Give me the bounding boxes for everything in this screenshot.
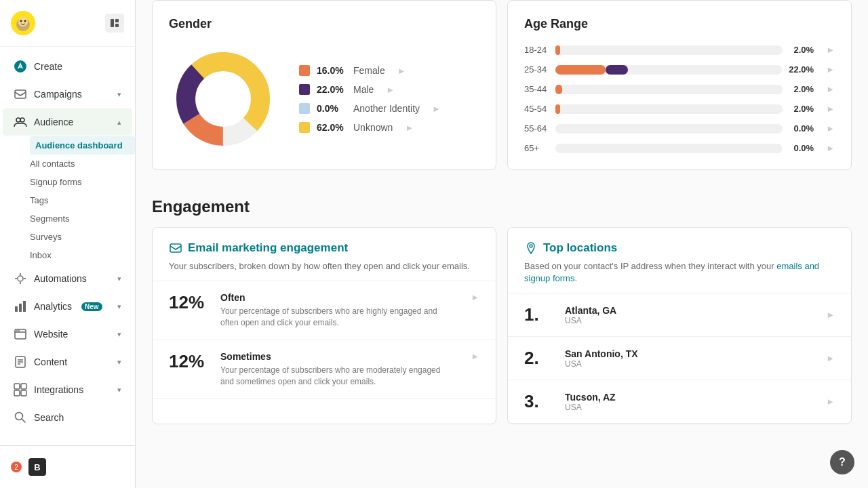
location-send-icon[interactable]: ► bbox=[826, 353, 835, 363]
sidebar-item-automations-label: Automations bbox=[34, 273, 87, 284]
age-send-icon[interactable]: ► bbox=[826, 123, 835, 134]
location-info: San Antonio, TX USA bbox=[565, 348, 807, 369]
unknown-percent: 62.0% bbox=[317, 122, 347, 133]
location-row: 3. Tucson, AZ USA ► bbox=[508, 380, 851, 424]
sidebar-item-audience[interactable]: Audience ▴ bbox=[3, 108, 132, 136]
sidebar-item-all-contacts[interactable]: All contacts bbox=[30, 155, 135, 173]
another-swatch bbox=[299, 103, 310, 114]
location-rank: 3. bbox=[524, 391, 551, 412]
another-send-icon[interactable]: ► bbox=[432, 104, 441, 114]
engagement-section: Engagement Email marketing engagement Yo… bbox=[152, 184, 852, 424]
user-menu-item[interactable]: 2 B bbox=[0, 451, 135, 483]
location-country: USA bbox=[565, 403, 807, 412]
audience-icon bbox=[14, 115, 27, 129]
female-send-icon[interactable]: ► bbox=[397, 66, 406, 76]
location-city: Tucson, AZ bbox=[565, 392, 807, 403]
engagement-row-often: 12% Often Your percentage of subscribers… bbox=[153, 281, 496, 340]
sidebar-item-surveys[interactable]: Surveys bbox=[30, 228, 135, 246]
content-chevron: ▾ bbox=[117, 358, 121, 367]
email-card-header: Email marketing engagement Your subscrib… bbox=[153, 228, 496, 281]
sometimes-send-icon[interactable]: ► bbox=[471, 351, 479, 361]
location-card-desc: Based on your contact's IP address when … bbox=[524, 260, 835, 285]
search-icon bbox=[14, 411, 27, 424]
sidebar-item-content-label: Content bbox=[34, 357, 67, 367]
sidebar-item-inbox[interactable]: Inbox bbox=[30, 246, 135, 264]
location-info: Atlanta, GA USA bbox=[565, 305, 807, 325]
age-range-title: Age Range bbox=[524, 17, 835, 31]
sidebar-item-website[interactable]: Website ▾ bbox=[3, 321, 132, 348]
age-row: 45-54 2.0% ► bbox=[524, 104, 835, 114]
age-row: 35-44 2.0% ► bbox=[524, 84, 835, 94]
unknown-send-icon[interactable]: ► bbox=[405, 123, 414, 133]
sidebar-item-signup-forms[interactable]: Signup forms bbox=[30, 173, 135, 191]
integrations-chevron: ▾ bbox=[117, 386, 121, 394]
sidebar-item-create[interactable]: Create bbox=[3, 53, 132, 80]
sidebar-item-audience-dashboard[interactable]: Audience dashboard bbox=[30, 136, 135, 155]
age-bar-track bbox=[555, 124, 783, 134]
location-city: Atlanta, GA bbox=[565, 305, 807, 316]
email-engagement-link[interactable]: Email marketing engagement bbox=[169, 241, 479, 255]
svg-point-3 bbox=[20, 20, 22, 22]
mailchimp-logo bbox=[11, 11, 35, 35]
top-locations-link[interactable]: Top locations bbox=[524, 241, 835, 255]
gender-donut-chart bbox=[169, 45, 277, 153]
location-send-icon[interactable]: ► bbox=[826, 310, 835, 320]
age-range-card: Age Range 18-24 2.0% ► 25-34 22.0% ► 35-… bbox=[507, 0, 852, 170]
svg-rect-6 bbox=[115, 19, 119, 22]
svg-rect-9 bbox=[15, 90, 26, 98]
location-pin-icon bbox=[524, 241, 538, 255]
demographics-section: Gender bbox=[152, 0, 852, 170]
sidebar-item-campaigns[interactable]: Campaigns ▾ bbox=[3, 81, 132, 108]
content-icon bbox=[14, 355, 27, 369]
age-send-icon[interactable]: ► bbox=[826, 143, 835, 153]
email-card-desc: Your subscribers, broken down by how oft… bbox=[169, 260, 479, 272]
location-info: Tucson, AZ USA bbox=[565, 392, 807, 412]
age-bar-track bbox=[555, 65, 782, 75]
automations-chevron: ▾ bbox=[117, 274, 121, 283]
age-bar-orange bbox=[555, 65, 606, 75]
age-bar-track bbox=[555, 144, 783, 153]
sometimes-content: Sometimes Your percentage of subscribers… bbox=[220, 351, 454, 388]
engagement-section-title: Engagement bbox=[152, 184, 852, 227]
sometimes-desc: Your percentage of subscribers who are m… bbox=[220, 365, 454, 388]
sidebar-item-content[interactable]: Content ▾ bbox=[3, 348, 132, 375]
age-label: 55-64 bbox=[524, 123, 549, 134]
often-send-icon[interactable]: ► bbox=[471, 292, 479, 302]
sidebar-toggle-button[interactable] bbox=[105, 14, 124, 33]
sidebar-item-analytics[interactable]: Analytics New ▾ bbox=[3, 293, 132, 320]
audience-chevron: ▴ bbox=[117, 118, 121, 127]
age-send-icon[interactable]: ► bbox=[826, 64, 835, 75]
legend-male: 22.0% Male ► bbox=[299, 84, 441, 95]
sidebar-item-integrations[interactable]: Integrations ▾ bbox=[3, 376, 132, 403]
male-send-icon[interactable]: ► bbox=[386, 85, 395, 95]
svg-point-12 bbox=[18, 276, 23, 281]
integrations-icon bbox=[14, 383, 27, 396]
age-percent: 2.0% bbox=[789, 45, 814, 55]
age-bar-orange bbox=[555, 85, 562, 94]
campaigns-icon bbox=[14, 87, 27, 101]
age-send-icon[interactable]: ► bbox=[826, 84, 835, 94]
often-title: Often bbox=[220, 292, 454, 303]
location-send-icon[interactable]: ► bbox=[826, 396, 835, 407]
age-send-icon[interactable]: ► bbox=[826, 104, 835, 114]
help-button[interactable]: ? bbox=[830, 450, 854, 474]
layout-icon bbox=[110, 18, 119, 28]
svg-rect-20 bbox=[14, 384, 20, 389]
sometimes-title: Sometimes bbox=[220, 351, 454, 362]
sidebar-item-search[interactable]: Search bbox=[3, 404, 132, 431]
email-engagement-card: Email marketing engagement Your subscrib… bbox=[152, 227, 496, 424]
location-row: 2. San Antonio, TX USA ► bbox=[508, 337, 851, 380]
engagement-grid: Email marketing engagement Your subscrib… bbox=[152, 227, 852, 424]
sidebar-logo-area bbox=[0, 0, 135, 47]
svg-point-31 bbox=[530, 245, 532, 247]
location-city: San Antonio, TX bbox=[565, 348, 807, 359]
sidebar-item-segments[interactable]: Segments bbox=[30, 209, 135, 228]
female-label: Female bbox=[353, 65, 385, 76]
age-rows: 18-24 2.0% ► 25-34 22.0% ► 35-44 2.0% ► bbox=[524, 45, 835, 153]
locations-list: 1. Atlanta, GA USA ► 2. San Antonio, TX … bbox=[508, 293, 851, 424]
age-send-icon[interactable]: ► bbox=[826, 45, 835, 55]
sidebar-item-automations[interactable]: Automations ▾ bbox=[3, 265, 132, 292]
another-percent: 0.0% bbox=[317, 103, 347, 114]
sidebar-item-tags[interactable]: Tags bbox=[30, 191, 135, 209]
location-rank: 1. bbox=[524, 304, 551, 325]
